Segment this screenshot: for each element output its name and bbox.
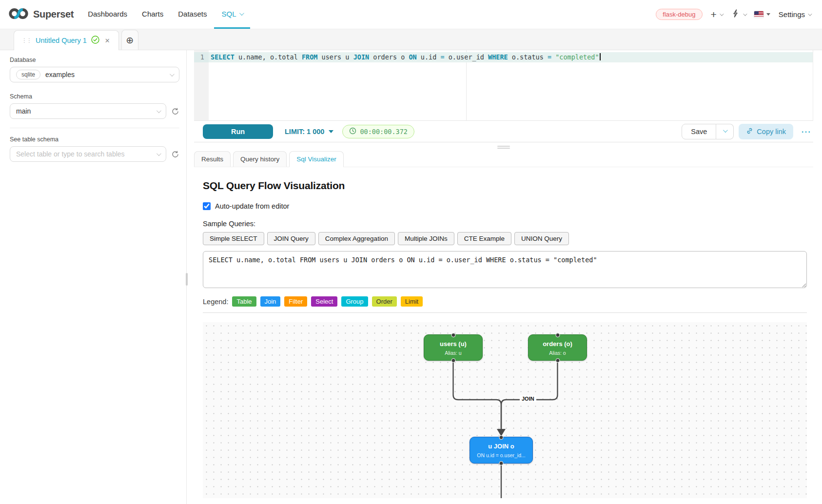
auto-update-checkbox[interactable] [203,202,211,210]
refresh-schemas-button[interactable] [171,107,179,116]
link-icon [746,127,753,136]
sample-queries-label: Sample Queries: [203,220,807,228]
save-button[interactable]: Save [682,124,716,139]
database-engine-badge: sqlite [16,70,40,79]
panel-title: SQL Query Flow Visualization [203,180,807,192]
chevron-down-icon [743,12,747,16]
chevron-down-icon [808,12,812,16]
legend-row: Legend: Table Join Filter Select Group O… [203,296,807,307]
line-number: 1 [194,52,209,62]
sample-join-query-button[interactable]: JOIN Query [267,232,315,245]
result-tabs: Results Query history Sql Visualizer [194,151,813,167]
sample-union-query-button[interactable]: UNION Query [514,232,569,245]
main-nav: Dashboards Charts Datasets SQL [80,0,250,29]
drag-handle-icon[interactable]: ⋮⋮ [21,37,31,44]
chevron-down-icon [723,128,728,133]
more-actions-button[interactable]: ⋯ [799,127,813,136]
refresh-icon [171,150,179,158]
limit-dropdown[interactable]: LIMIT: 1 000 [285,128,333,136]
chevron-down-icon [239,11,244,16]
sample-simple-select-button[interactable]: Simple SELECT [203,232,264,245]
run-button[interactable]: Run [203,124,273,139]
chevron-down-icon [720,12,724,16]
diagram-node-join[interactable]: u JOIN o ON u.id = o.user_id... [470,437,533,464]
plus-circle-icon: ⊕ [126,35,134,46]
diagram-node-users[interactable]: users (u) Alias: u [424,334,483,361]
lightning-icon [731,8,740,20]
plus-icon: + [711,9,717,19]
timer-value: 00:00:00.372 [360,128,408,136]
check-circle-icon [91,36,99,46]
schema-select-value: main [16,107,31,115]
language-picker[interactable] [754,11,770,18]
refresh-icon [171,107,179,116]
editor-code-area[interactable]: SELECT u.name, o.total FROM users u JOIN… [209,50,813,62]
sample-query-buttons: Simple SELECT JOIN Query Complex Aggrega… [203,232,807,245]
table-select-placeholder: Select table or type to search tables [16,150,125,158]
nav-item-datasets[interactable]: Datasets [171,0,214,29]
sidebar-resize-handle[interactable] [186,273,188,286]
environment-badge: flask-debug [656,9,702,20]
editor-toolbar: Run LIMIT: 1 000 00:00:00.372 Save [194,121,813,142]
visualizer-query-input[interactable]: SELECT u.name, o.total FROM users u JOIN… [203,251,807,288]
schema-label: Schema [10,93,179,100]
legend-select-badge: Select [311,296,337,307]
table-schema-label: See table schema [10,136,179,143]
join-edge-label: JOIN [520,395,536,402]
south-pane: Results Query history Sql Visualizer SQL… [194,142,813,504]
save-dropdown-button[interactable] [716,124,734,139]
tab-query-history[interactable]: Query history [233,151,287,167]
copy-link-button[interactable]: Copy link [739,124,793,139]
sample-complex-aggregation-button[interactable]: Complex Aggregation [318,232,395,245]
legend-join-badge: Join [260,296,281,307]
chevron-down-icon [157,151,161,156]
database-select[interactable]: sqlite examples [10,67,179,82]
refresh-tables-button[interactable] [171,150,179,158]
database-select-value: examples [45,71,75,78]
sqllab-sidebar: Database sqlite examples Schema main See… [0,50,187,504]
legend-group-badge: Group [341,296,368,307]
settings-menu[interactable]: Settings [779,10,811,19]
caret-down-icon [329,130,333,133]
query-tabstrip: ⋮⋮ Untitled Query 1 ✕ ⊕ [0,29,822,50]
query-search-button[interactable] [731,8,746,20]
editor-gutter: 1 [194,50,209,120]
legend-table-badge: Table [232,296,256,307]
nav-item-charts[interactable]: Charts [135,0,171,29]
table-select[interactable]: Select table or type to search tables [10,146,166,162]
panel-divider [203,312,807,313]
schema-select[interactable]: main [10,103,166,119]
query-timer: 00:00:00.372 [342,125,414,138]
nav-item-sql[interactable]: SQL [214,0,250,29]
text-cursor [600,53,601,60]
legend-filter-badge: Filter [284,296,307,307]
legend-label: Legend: [203,298,228,306]
code-line: SELECT u.name, o.total FROM users u JOIN… [209,52,813,62]
brand-title: Superset [33,9,74,20]
flow-canvas[interactable]: JOIN users (u) Alias: u orders (o) Alias… [203,322,807,498]
sql-editor[interactable]: 1 SELECT u.name, o.total FROM users u JO… [194,50,813,121]
add-query-tab-button[interactable]: ⊕ [121,30,138,50]
query-tab-title: Untitled Query 1 [36,37,87,44]
sql-visualizer-panel: SQL Query Flow Visualization Auto-update… [194,180,813,498]
query-tab[interactable]: ⋮⋮ Untitled Query 1 ✕ [14,30,119,50]
sidebar-divider [10,128,179,128]
flag-icon [754,11,763,18]
top-navbar: Superset Dashboards Charts Datasets SQL … [0,0,822,29]
superset-brand[interactable]: Superset [8,0,74,29]
sample-multiple-joins-button[interactable]: Multiple JOINs [398,232,454,245]
caret-down-icon [766,13,770,16]
database-label: Database [10,57,179,63]
legend-order-badge: Order [372,296,397,307]
pane-resize-handle[interactable] [497,145,510,150]
nav-item-dashboards[interactable]: Dashboards [80,0,135,29]
tab-sql-visualizer[interactable]: Sql Visualizer [289,151,344,167]
navbar-right: flask-debug + Settings [656,0,811,29]
chevron-down-icon [170,72,175,77]
diagram-node-orders[interactable]: orders (o) Alias: o [528,334,587,361]
flow-edges [203,322,806,498]
close-icon[interactable]: ✕ [104,37,111,44]
new-item-button[interactable]: + [711,9,723,19]
sample-cte-example-button[interactable]: CTE Example [457,232,511,245]
tab-results[interactable]: Results [194,151,231,167]
